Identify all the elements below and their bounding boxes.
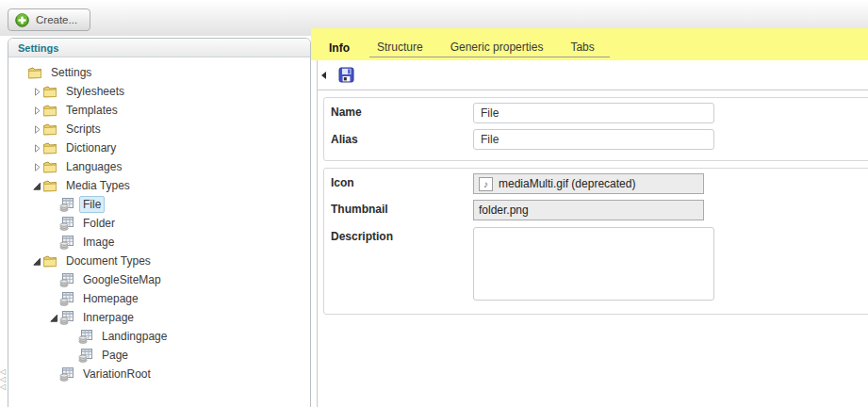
folder-icon bbox=[42, 122, 57, 137]
tree-node-homepage: Homepage bbox=[48, 289, 310, 308]
folder-icon bbox=[42, 253, 57, 269]
tree-node-languages: Languages bbox=[31, 157, 310, 176]
create-button-label: Create... bbox=[36, 14, 77, 25]
icon-label: Icon bbox=[331, 176, 354, 189]
tree-node-label[interactable]: Document Types bbox=[62, 252, 155, 269]
editor-toolbar bbox=[318, 60, 868, 90]
thumbnail-picker[interactable]: folder.png bbox=[473, 200, 704, 220]
alias-input[interactable] bbox=[473, 129, 714, 150]
expand-icon[interactable] bbox=[31, 163, 42, 171]
tree-node-label[interactable]: VariationRoot bbox=[79, 366, 155, 383]
panel-splitter-handle[interactable]: ◁◁◁ bbox=[0, 368, 8, 391]
tree-panel-header: Settings bbox=[8, 39, 310, 57]
document-type-icon bbox=[59, 366, 74, 382]
tree-node-stylesheets: Stylesheets bbox=[31, 82, 310, 101]
collapse-icon[interactable] bbox=[48, 314, 59, 322]
tree-node-label[interactable]: Stylesheets bbox=[62, 83, 128, 100]
folder-icon bbox=[42, 140, 57, 155]
tree-node-label[interactable]: Folder bbox=[79, 215, 119, 232]
expand-icon[interactable] bbox=[31, 88, 42, 96]
tree-node-googlesitemap: GoogleSiteMap bbox=[48, 270, 310, 289]
name-alias-panel: Name Alias bbox=[323, 97, 868, 161]
collapse-icon[interactable] bbox=[31, 182, 42, 190]
name-label: Name bbox=[331, 106, 362, 119]
save-button[interactable] bbox=[336, 66, 355, 85]
name-input[interactable] bbox=[473, 103, 714, 123]
tab-structure[interactable]: Structure bbox=[377, 41, 423, 54]
tab-info[interactable]: Info bbox=[329, 41, 350, 60]
folder-icon bbox=[42, 84, 57, 99]
settings-tree-panel: Settings Settings Stylesheets Templates … bbox=[8, 38, 311, 407]
settings-tree: Settings Stylesheets Templates Scripts D… bbox=[8, 57, 310, 383]
tree-panel-title: Settings bbox=[18, 42, 58, 54]
media-type-icon bbox=[59, 235, 74, 250]
tree-node-label[interactable]: Templates bbox=[62, 102, 122, 119]
description-textarea[interactable] bbox=[473, 227, 714, 301]
floppy-disk-icon bbox=[338, 67, 354, 83]
tab-tabs[interactable]: Tabs bbox=[570, 41, 594, 54]
music-note-icon: ♪ bbox=[479, 177, 493, 191]
create-button[interactable]: Create... bbox=[8, 8, 90, 31]
appearance-panel: Icon ♪ mediaMulti.gif (deprecated) Thumb… bbox=[323, 168, 868, 315]
expand-icon[interactable] bbox=[31, 125, 42, 134]
thumbnail-picker-value: folder.png bbox=[479, 204, 529, 217]
tree-node-document-types: Document Types bbox=[31, 252, 310, 270]
tree-node-label[interactable]: Dictionary bbox=[62, 139, 120, 156]
content-left-border bbox=[317, 60, 318, 407]
description-label: Description bbox=[331, 230, 393, 243]
tree-node-file: File bbox=[48, 195, 310, 214]
tree-node-innerpage: Innerpage bbox=[48, 308, 310, 327]
thumbnail-label: Thumbnail bbox=[331, 203, 388, 216]
media-type-icon bbox=[59, 197, 74, 212]
document-type-icon bbox=[59, 310, 74, 325]
editor-content: Info Structure Generic properties Tabs N… bbox=[311, 28, 868, 407]
folder-icon bbox=[42, 178, 57, 193]
inactive-tabs-group: Structure Generic properties Tabs bbox=[369, 41, 610, 57]
tree-node-templates: Templates bbox=[31, 101, 310, 120]
document-type-icon bbox=[78, 348, 93, 363]
tree-node-label[interactable]: Scripts bbox=[62, 121, 105, 138]
tree-node-landingpage: Landingpage bbox=[67, 327, 310, 346]
tree-node-scripts: Scripts bbox=[31, 120, 310, 138]
tree-node-label[interactable]: Settings bbox=[47, 64, 95, 81]
tree-node-settings: Settings bbox=[16, 63, 310, 82]
folder-icon bbox=[42, 103, 57, 118]
tree-node-label[interactable]: Homepage bbox=[79, 290, 142, 307]
tab-bar: Info Structure Generic properties Tabs bbox=[311, 28, 868, 60]
alias-label: Alias bbox=[331, 133, 358, 146]
tree-node-label[interactable]: Languages bbox=[62, 158, 125, 175]
tree-node-label[interactable]: Page bbox=[98, 347, 132, 364]
document-type-icon bbox=[59, 291, 74, 306]
icon-picker-value: mediaMulti.gif (deprecated) bbox=[499, 177, 635, 190]
tree-node-label[interactable]: Innerpage bbox=[79, 309, 138, 326]
folder-icon bbox=[27, 65, 42, 80]
tree-node-label[interactable]: GoogleSiteMap bbox=[79, 271, 165, 288]
icon-picker[interactable]: ♪ mediaMulti.gif (deprecated) bbox=[473, 173, 704, 194]
tree-node-page: Page bbox=[67, 346, 310, 365]
tree-node-variationroot: VariationRoot bbox=[48, 365, 310, 383]
tree-node-image: Image bbox=[48, 233, 310, 252]
media-type-icon bbox=[59, 216, 74, 231]
collapse-panel-icon[interactable] bbox=[321, 72, 326, 79]
document-type-icon bbox=[59, 272, 74, 287]
tree-node-label[interactable]: File bbox=[79, 196, 105, 213]
create-plus-icon bbox=[15, 13, 29, 27]
expand-icon[interactable] bbox=[31, 106, 42, 115]
tree-node-label[interactable]: Landingpage bbox=[98, 328, 171, 345]
expand-icon[interactable] bbox=[31, 144, 42, 153]
tree-node-label[interactable]: Media Types bbox=[62, 177, 134, 194]
tree-node-label[interactable]: Image bbox=[79, 234, 118, 251]
folder-icon bbox=[42, 159, 57, 174]
collapse-icon[interactable] bbox=[31, 257, 42, 266]
tree-node-dictionary: Dictionary bbox=[31, 138, 310, 157]
document-type-icon bbox=[78, 329, 93, 344]
tree-node-media-types: Media Types bbox=[31, 176, 310, 195]
tree-node-folder: Folder bbox=[48, 214, 310, 233]
tab-generic-properties[interactable]: Generic properties bbox=[450, 41, 544, 54]
